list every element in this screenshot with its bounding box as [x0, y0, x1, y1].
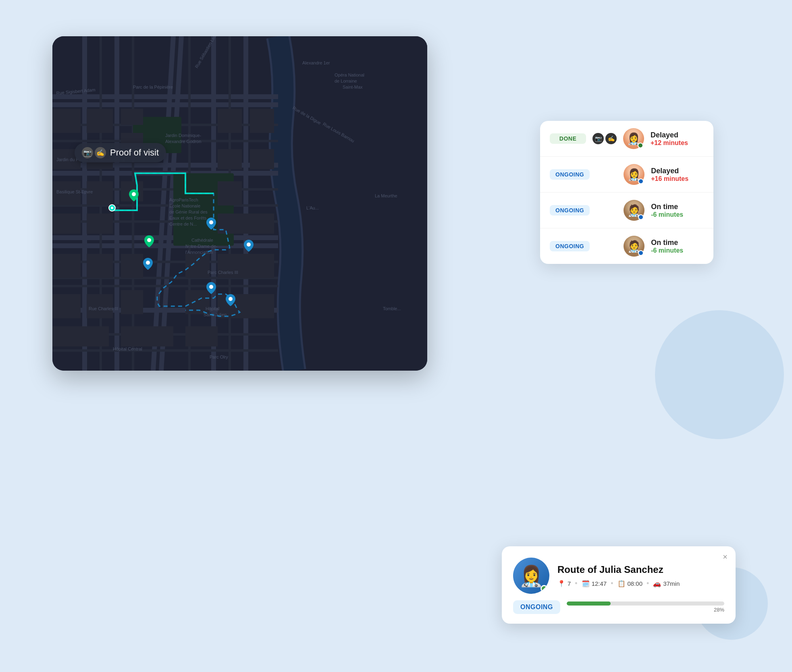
svg-rect-3: [52, 109, 81, 133]
duration-value: 37min: [663, 580, 680, 587]
duration-item: 🚗 37min: [653, 580, 680, 587]
bg-decoration-circle-right: [655, 310, 784, 439]
progress-label: 28%: [567, 607, 724, 613]
status-panel: DONE 📷 ✍️ Delayed +12 minutes ONGOING De…: [540, 121, 713, 264]
svg-rect-16: [218, 149, 242, 169]
timing-label-row4: On time: [651, 239, 704, 247]
sig-icon-small: ✍️: [605, 133, 617, 144]
svg-point-70: [209, 285, 213, 289]
sep1: •: [575, 579, 577, 588]
stops-value: 7: [567, 580, 571, 587]
avatar-dot-row2: [638, 178, 644, 184]
svg-text:Opéra National: Opéra National: [335, 73, 364, 77]
avatar-row1: [623, 128, 644, 149]
svg-text:Notre-Dame-de-: Notre-Dame-de-: [185, 244, 218, 249]
camera-icon-small: 📷: [592, 133, 604, 144]
timing-label-row3: On time: [651, 203, 704, 211]
status-badge-ongoing-3: ONGOING: [550, 205, 590, 216]
sep3: •: [646, 579, 649, 588]
svg-text:l'Annonciation: l'Annonciation: [185, 250, 213, 255]
status-info-row2: Delayed +16 minutes: [651, 167, 704, 183]
svg-text:Rue Charles III: Rue Charles III: [89, 306, 118, 311]
avatar-row3: [624, 200, 644, 221]
svg-text:de Génie Rural des: de Génie Rural des: [169, 209, 208, 214]
timing-value-row3: -6 minutes: [651, 211, 704, 218]
avatar-row2: [624, 164, 644, 185]
svg-rect-13: [87, 214, 113, 234]
svg-rect-24: [121, 254, 143, 278]
timing-value-row1: +12 minutes: [651, 139, 704, 147]
route-header-info: Route of Julia Sanchez 📍 7 • 🗓️ 12:47 • …: [557, 564, 680, 588]
svg-rect-7: [121, 109, 143, 125]
progress-bar-background: [567, 601, 724, 606]
avatar-dot-row3: [638, 214, 644, 220]
svg-text:AgroParisTech: AgroParisTech: [169, 197, 198, 202]
status-row-2[interactable]: ONGOING Delayed +16 minutes: [540, 157, 713, 193]
route-avatar-dot: [540, 585, 548, 592]
svg-rect-4: [87, 109, 113, 133]
status-badge-ongoing-2: ONGOING: [550, 169, 590, 180]
route-card-header: Route of Julia Sanchez 📍 7 • 🗓️ 12:47 • …: [513, 558, 724, 594]
close-button[interactable]: ×: [723, 553, 728, 561]
status-info-row3: On time -6 minutes: [651, 203, 704, 218]
svg-text:L'Au...: L'Au...: [306, 205, 319, 210]
avatar-dot-row1: [638, 143, 643, 148]
svg-text:Saint-Max: Saint-Max: [343, 85, 363, 89]
status-info-row1: Delayed +12 minutes: [651, 131, 704, 147]
timing-value-row2: +16 minutes: [651, 175, 704, 183]
svg-rect-18: [218, 181, 242, 205]
clock-icon: 📋: [617, 580, 626, 587]
svg-text:Hôpital: Hôpital: [206, 306, 219, 311]
proof-badge-label: Proof of visit: [110, 147, 159, 158]
status-badge-ongoing-4: ONGOING: [550, 241, 590, 251]
svg-rect-21: [87, 254, 113, 278]
avatar-dot-row4: [638, 250, 644, 256]
time2-item: 📋 08:00: [617, 580, 643, 587]
status-row-4[interactable]: ONGOING On time -6 minutes: [540, 228, 713, 264]
svg-text:Jardin Dominique-: Jardin Dominique-: [165, 133, 202, 138]
timing-label-row1: Delayed: [651, 131, 704, 139]
route-detail-card: × Route of Julia Sanchez 📍 7 • 🗓️ 12:47 …: [502, 546, 736, 624]
route-card-footer: ONGOING 28%: [513, 600, 724, 614]
svg-rect-17: [250, 149, 274, 169]
svg-rect-30: [121, 326, 173, 346]
svg-text:La Meurthe: La Meurthe: [375, 193, 397, 198]
svg-point-66: [147, 238, 151, 242]
svg-rect-22: [52, 294, 81, 318]
proof-of-visit-badge[interactable]: 📷 ✍️ Proof of visit: [75, 143, 166, 162]
grid-icon: 🗓️: [582, 580, 590, 587]
svg-rect-31: [185, 326, 218, 346]
map-svg: Rue Sigisbert Adam Parc de la Pépinière …: [52, 36, 427, 371]
camera-icon: 📷: [82, 147, 93, 158]
car-icon: 🚗: [653, 580, 661, 587]
svg-point-65: [132, 192, 136, 196]
svg-rect-12: [52, 214, 81, 234]
svg-point-68: [209, 220, 213, 224]
time1-value: 12:47: [592, 580, 607, 587]
svg-text:Alexandre Godron: Alexandre Godron: [165, 139, 201, 144]
svg-text:École Nationale: École Nationale: [169, 203, 200, 208]
proof-badge-icons: 📷 ✍️: [82, 147, 106, 158]
status-badge-done: DONE: [550, 133, 586, 144]
status-row-1[interactable]: DONE 📷 ✍️ Delayed +12 minutes: [540, 121, 713, 157]
svg-text:Centre de N...: Centre de N...: [169, 222, 197, 226]
timing-label-row2: Delayed: [651, 167, 704, 175]
ongoing-badge: ONGOING: [513, 600, 560, 614]
svg-text:Parc de la Pépinière: Parc de la Pépinière: [133, 85, 173, 89]
time2-value: 08:00: [628, 580, 643, 587]
row1-icons: 📷 ✍️: [592, 133, 617, 144]
svg-rect-32: [52, 326, 109, 346]
svg-rect-15: [250, 109, 274, 133]
map-container: Rue Sigisbert Adam Parc de la Pépinière …: [52, 36, 427, 371]
svg-text:Basilique St-Epvre: Basilique St-Epvre: [56, 189, 93, 194]
sep2: •: [611, 579, 613, 588]
svg-text:de Lorraine: de Lorraine: [335, 79, 357, 83]
svg-rect-26: [185, 254, 210, 278]
route-avatar: [513, 558, 549, 594]
svg-text:Parc Olry: Parc Olry: [210, 355, 228, 359]
svg-text:Cathédrale: Cathédrale: [191, 238, 213, 243]
route-meta: 📍 7 • 🗓️ 12:47 • 📋 08:00 • 🚗 37min: [557, 579, 680, 588]
svg-text:Parc Charles III: Parc Charles III: [208, 270, 238, 275]
status-info-row4: On time -6 minutes: [651, 239, 704, 254]
status-row-3[interactable]: ONGOING On time -6 minutes: [540, 193, 713, 228]
